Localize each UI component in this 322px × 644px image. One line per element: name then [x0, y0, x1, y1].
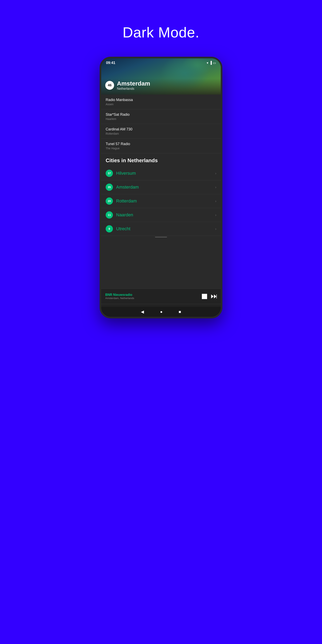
- city-name-naarden: Naarden: [116, 212, 133, 218]
- recent-button[interactable]: ■: [179, 310, 181, 314]
- battery-icon: ▭: [213, 61, 216, 65]
- status-time: 09:41: [106, 61, 115, 65]
- city-item-rotterdam[interactable]: 20 Rotterdam ›: [101, 194, 221, 208]
- now-playing-controls: [202, 294, 217, 299]
- city-name-rotterdam: Rotterdam: [116, 198, 137, 204]
- city-item-left: 37 Hilversum: [106, 170, 136, 177]
- now-playing-location: Amsterdam, Netherlands: [105, 297, 202, 300]
- svg-marker-1: [214, 294, 216, 298]
- city-item-utrecht[interactable]: 9 Utrecht ›: [101, 222, 221, 236]
- status-bar: 09:41 ▾ ▐ ▭: [101, 58, 221, 67]
- wifi-icon: ▾: [207, 61, 208, 65]
- station-name: Star*Sat Radio: [106, 112, 216, 117]
- chevron-right-icon: ›: [215, 199, 216, 203]
- now-playing-station: BNR Nieuwsradio: [105, 293, 202, 297]
- city-name-utrecht: Utrecht: [116, 226, 130, 232]
- city-count: 35: [106, 184, 113, 191]
- city-count: 9: [106, 225, 113, 232]
- city-info: Amsterdam Netherlands: [117, 80, 150, 90]
- scroll-indicator: [155, 237, 167, 238]
- station-item-cardinal[interactable]: Cardinal AM 730 Rotterdam: [101, 124, 221, 139]
- status-icons: ▾ ▐ ▭: [207, 61, 216, 65]
- city-item-hilversum[interactable]: 37 Hilversum ›: [101, 166, 221, 180]
- chevron-right-icon: ›: [215, 213, 216, 217]
- station-city: Assen: [106, 103, 216, 106]
- content-area: Radio Manbassa Assen Star*Sat Radio Haar…: [101, 94, 221, 288]
- station-name: Radio Manbassa: [106, 98, 216, 102]
- city-item-left: 9 Utrecht: [106, 225, 130, 232]
- city-name: Amsterdam: [117, 80, 150, 87]
- cities-section: Cities in Netherlands 37 Hilversum › 35 …: [101, 153, 221, 238]
- chevron-right-icon: ›: [215, 227, 216, 231]
- city-item-amsterdam[interactable]: 35 Amsterdam ›: [101, 180, 221, 194]
- chevron-right-icon: ›: [215, 171, 216, 176]
- city-count-badge: 46: [105, 81, 114, 90]
- now-playing-bar[interactable]: BNR Nieuwsradio Amsterdam, Netherlands: [101, 288, 221, 304]
- station-item-tunel[interactable]: Tunel 57 Radio The Hague: [101, 139, 221, 153]
- home-button[interactable]: ●: [160, 310, 162, 314]
- signal-icon: ▐: [210, 61, 212, 64]
- city-item-left: 35 Amsterdam: [106, 184, 139, 191]
- station-city: Rotterdam: [106, 132, 216, 135]
- stop-button[interactable]: [202, 294, 207, 299]
- phone-frame: 09:41 ▾ ▐ ▭ 46 Amsterdam Netherlands Rad…: [100, 57, 222, 318]
- chevron-right-icon: ›: [215, 185, 216, 190]
- station-item-radio-manbassa[interactable]: Radio Manbassa Assen: [101, 94, 221, 109]
- city-count: 20: [106, 198, 113, 205]
- page-title: Dark Mode.: [122, 24, 200, 41]
- city-count: 11: [106, 211, 113, 218]
- city-badge: 46 Amsterdam Netherlands: [105, 80, 150, 90]
- now-playing-info: BNR Nieuwsradio Amsterdam, Netherlands: [105, 293, 202, 300]
- station-item-starsat[interactable]: Star*Sat Radio Haarlem: [101, 109, 221, 124]
- city-item-naarden[interactable]: 11 Naarden ›: [101, 208, 221, 222]
- android-nav: ◀ ● ■: [101, 307, 221, 317]
- city-name-amsterdam: Amsterdam: [116, 184, 139, 190]
- station-name: Tunel 57 Radio: [106, 142, 216, 146]
- city-item-left: 20 Rotterdam: [106, 198, 137, 205]
- station-city: Haarlem: [106, 117, 216, 120]
- city-country: Netherlands: [117, 87, 150, 90]
- forward-button[interactable]: [211, 294, 217, 298]
- station-city: The Hague: [106, 147, 216, 150]
- back-button[interactable]: ◀: [141, 309, 144, 314]
- station-list: Radio Manbassa Assen Star*Sat Radio Haar…: [101, 94, 221, 153]
- svg-marker-0: [211, 294, 214, 298]
- svg-rect-2: [216, 294, 217, 298]
- city-item-left: 11 Naarden: [106, 211, 133, 218]
- station-name: Cardinal AM 730: [106, 127, 216, 132]
- city-count: 37: [106, 170, 113, 177]
- cities-header: Cities in Netherlands: [101, 153, 221, 166]
- city-name-hilversum: Hilversum: [116, 171, 136, 176]
